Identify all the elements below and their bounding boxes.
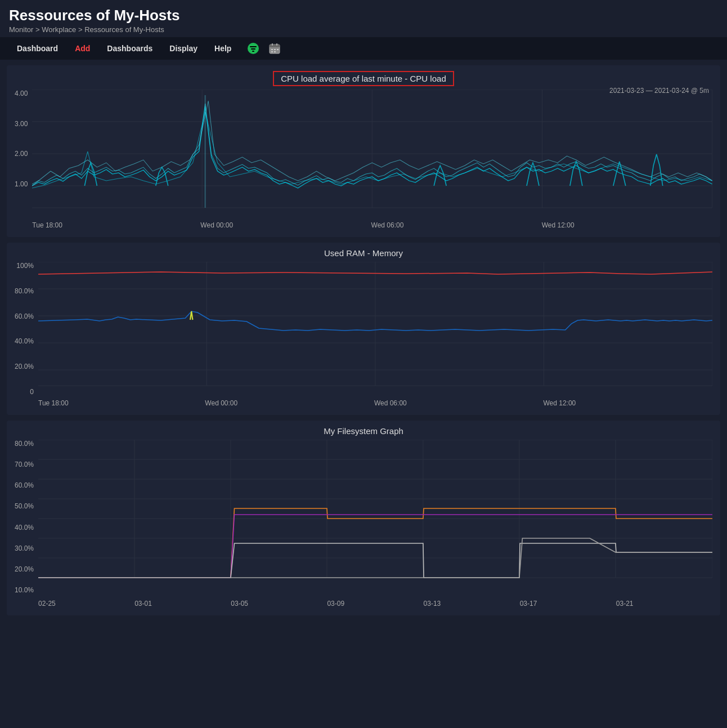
- ram-chart-title: Used RAM - Memory: [324, 248, 403, 258]
- cpu-chart-area: 4.00 3.00 2.00 1.00: [15, 90, 712, 229]
- cpu-chart-svg: [32, 90, 712, 219]
- navbar: Dashboard Add Dashboards Display Help: [0, 37, 727, 60]
- cpu-chart-body: Tue 18:00 Wed 00:00 Wed 06:00 Wed 12:00: [32, 90, 712, 229]
- filter-icon[interactable]: [245, 41, 262, 56]
- filesystem-chart-title: My Filesystem Graph: [324, 426, 403, 436]
- nav-dashboards[interactable]: Dashboards: [99, 39, 160, 57]
- main-content: CPU load average of last minute - CPU lo…: [0, 60, 727, 621]
- nav-help[interactable]: Help: [207, 39, 239, 57]
- svg-rect-3: [252, 51, 254, 52]
- svg-rect-9: [274, 49, 276, 50]
- ram-chart-svg: [38, 262, 712, 397]
- svg-rect-1: [250, 46, 257, 47]
- nav-icons: [245, 41, 283, 56]
- svg-rect-11: [271, 51, 273, 52]
- nav-add[interactable]: Add: [67, 39, 98, 57]
- svg-rect-2: [251, 48, 255, 50]
- ram-chart-title-wrapper: Used RAM - Memory: [15, 248, 712, 258]
- filesystem-chart-body: 02-25 03-01 03-05 03-09 03-13 03-17 03-2…: [38, 440, 712, 608]
- calendar-icon[interactable]: [266, 41, 283, 56]
- breadcrumb: Monitor > Workplace > Ressources of My-H…: [9, 25, 718, 34]
- svg-rect-10: [277, 49, 279, 50]
- page-title: Ressources of My-Hosts: [9, 7, 718, 24]
- svg-rect-5: [270, 44, 280, 47]
- cpu-chart-panel: CPU load average of last minute - CPU lo…: [7, 65, 720, 237]
- filesystem-chart-title-wrapper: My Filesystem Graph: [15, 426, 712, 436]
- ram-x-axis: Tue 18:00 Wed 00:00 Wed 06:00 Wed 12:00: [38, 399, 712, 407]
- svg-rect-8: [271, 49, 273, 50]
- ram-chart-area: 100% 80.0% 60.0% 40.0% 20.0% 0: [15, 262, 712, 407]
- ram-chart-body: Tue 18:00 Wed 00:00 Wed 06:00 Wed 12:00: [38, 262, 712, 407]
- cpu-x-axis: Tue 18:00 Wed 00:00 Wed 06:00 Wed 12:00: [32, 221, 712, 229]
- ram-y-axis: 100% 80.0% 60.0% 40.0% 20.0% 0: [15, 262, 38, 407]
- svg-rect-7: [276, 43, 277, 46]
- cpu-chart-title: CPU load average of last minute - CPU lo…: [273, 71, 454, 86]
- filesystem-x-axis: 02-25 03-01 03-05 03-09 03-13 03-17 03-2…: [38, 600, 712, 608]
- nav-display[interactable]: Display: [161, 39, 205, 57]
- svg-rect-6: [272, 43, 273, 46]
- filesystem-chart-panel: My Filesystem Graph 80.0% 70.0% 60.0% 50…: [7, 421, 720, 615]
- page-header: Ressources of My-Hosts Monitor > Workpla…: [0, 0, 727, 37]
- cpu-chart-title-wrapper: CPU load average of last minute - CPU lo…: [15, 71, 712, 86]
- filesystem-chart-svg: [38, 440, 712, 597]
- filesystem-chart-area: 80.0% 70.0% 60.0% 50.0% 40.0% 30.0% 20.0…: [15, 440, 712, 608]
- ram-chart-panel: Used RAM - Memory 100% 80.0% 60.0% 40.0%…: [7, 243, 720, 415]
- nav-dashboard[interactable]: Dashboard: [9, 39, 66, 57]
- svg-rect-12: [274, 51, 276, 52]
- cpu-y-axis: 4.00 3.00 2.00 1.00: [15, 90, 32, 229]
- filesystem-y-axis: 80.0% 70.0% 60.0% 50.0% 40.0% 30.0% 20.0…: [15, 440, 38, 608]
